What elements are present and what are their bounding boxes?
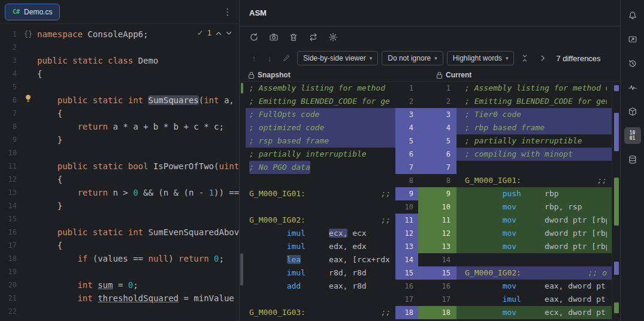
diff-row[interactable]: G_M000_IG03:;;1818 mov ecx, dword ptr [ [240, 306, 620, 319]
delete-icon[interactable] [286, 30, 301, 44]
compare-with-icon[interactable] [306, 30, 321, 44]
diff-row[interactable]: ; Emitting BLENDED_CODE for ge22; Emitti… [240, 95, 620, 108]
code-line[interactable]: 5 [0, 80, 239, 94]
prev-inspection-icon[interactable] [216, 31, 222, 35]
left-pane-scrollbar[interactable] [240, 82, 244, 321]
code-line[interactable]: 21 int thresholdSquared = minValue * [0, 292, 239, 305]
collapse-unchanged-icon[interactable] [518, 51, 532, 65]
screen-share-icon[interactable] [624, 31, 641, 48]
snapshot-line-number: 15 [395, 266, 418, 280]
lightbulb-icon[interactable] [19, 94, 37, 107]
previous-difference-icon[interactable]: ↑ [248, 54, 260, 63]
code-line[interactable]: 4{ [0, 67, 239, 80]
diff-row[interactable]: ; FullOpts code33; Tier0 code [240, 108, 620, 121]
current-line-number: 18 [418, 306, 456, 319]
diff-row[interactable]: ; partially interruptible66; compiling w… [240, 148, 620, 161]
diff-row[interactable]: 1010 mov rbp, rsp [240, 200, 620, 214]
chevron-down-icon: ▾ [434, 55, 437, 61]
viewer-mode-dropdown[interactable]: Side-by-side viewer ▾ [297, 51, 378, 65]
tab-demo-cs[interactable]: C# Demo.cs [5, 4, 60, 20]
code-line[interactable]: 7 { [0, 107, 239, 120]
code-line[interactable]: 14 } [0, 199, 239, 212]
database-icon[interactable] [624, 151, 641, 168]
code-line[interactable]: 15 [0, 212, 239, 226]
code-line[interactable]: 17 { [0, 239, 239, 252]
diff-row[interactable]: 88G_M000_IG01:;; [240, 174, 620, 187]
next-inspection-icon[interactable] [226, 31, 232, 35]
refresh-icon[interactable] [247, 30, 261, 44]
code-line[interactable]: 8 return a * a + b * b + c * c; [0, 120, 239, 133]
line-number: 4 [0, 67, 19, 80]
next-difference-icon[interactable]: ↓ [264, 54, 276, 63]
changed-stripe-mark[interactable] [614, 262, 619, 275]
diff-row[interactable]: 1717 imul eax, dword ptr [ [240, 293, 620, 306]
code-text: } [37, 199, 239, 212]
code-line[interactable]: 16 public static int SumEvenSquaredAbove [0, 226, 239, 239]
diff-row[interactable]: G_M000_IG02:;;1111 mov dword ptr [rbp+ [240, 214, 620, 227]
diff-row[interactable]: add eax, r8d1616 mov eax, dword ptr [ [240, 280, 620, 293]
diff-row[interactable]: G_M000_IG01:;;99 push rbp [240, 187, 620, 200]
settings-gear-icon[interactable] [326, 30, 340, 44]
expand-chevron-icon[interactable] [536, 51, 550, 65]
current-cell [456, 253, 612, 266]
diff-row[interactable]: lea eax, [rcx+rdx]1414 [240, 253, 620, 266]
snapshot-cell: imul r8d, r8d [246, 266, 395, 280]
asm-tool-window: ASM ↑ ↓ Side- [240, 0, 620, 321]
code-line[interactable]: 19 [0, 265, 239, 278]
current-line-number: 12 [418, 227, 456, 240]
ignore-policy-value: Do not ignore [388, 54, 431, 62]
code-line[interactable]: 11 public static bool IsPowerOfTwo(uint [0, 160, 239, 173]
code-line[interactable]: 18 if (values == null) return 0; [0, 252, 239, 265]
code-line[interactable]: 12 { [0, 173, 239, 186]
scrollbar-thumb[interactable] [240, 253, 243, 286]
diff-row[interactable]: ; Assembly listing for method11; Assembl… [240, 82, 620, 95]
notifications-bell-icon[interactable] [624, 7, 641, 24]
code-line[interactable]: 6 public static int SumSquares(int a, i [0, 94, 239, 107]
diff-row[interactable]: ; rsp based frame55; partially interrupt… [240, 134, 620, 148]
chevron-down-icon: ▾ [370, 55, 373, 61]
lock-icon [248, 71, 255, 79]
asm-toolbar [240, 26, 620, 48]
screenshot-icon[interactable] [267, 30, 281, 44]
gutter [19, 186, 37, 199]
code-line[interactable]: 10 [0, 146, 239, 160]
editor-options-kebab-icon[interactable]: ⋮ [221, 7, 234, 17]
code-line[interactable]: 3public static class Demo [0, 54, 239, 67]
asm-binary-icon[interactable]: 1001 [624, 127, 641, 144]
history-icon[interactable] [624, 55, 641, 72]
gutter [19, 107, 37, 120]
code-line[interactable]: 9 } [0, 133, 239, 146]
highlight-mode-value: Highlight words [453, 54, 502, 62]
error-stripe[interactable] [612, 82, 620, 321]
profiler-pulse-icon[interactable] [624, 79, 641, 96]
code-line[interactable]: 2 [0, 41, 239, 54]
diff-viewer[interactable]: ; Assembly listing for method11; Assembl… [240, 82, 620, 321]
snapshot-line-number: 1 [395, 82, 418, 95]
inspections-widget[interactable]: ✓ 1 [196, 29, 233, 37]
diff-row[interactable]: ; No PGO data77 [240, 161, 620, 174]
changed-stripe-mark[interactable] [614, 113, 619, 151]
snapshot-line-number: 4 [395, 121, 418, 134]
current-cell: mov dword ptr [rbp+ [456, 240, 612, 253]
snapshot-line-number: 9 [395, 187, 418, 200]
current-cell: mov eax, dword ptr [ [456, 280, 612, 293]
snapshot-cell: ; FullOpts code [246, 108, 395, 121]
code-line[interactable]: 20 int sum = 0; [0, 278, 239, 292]
viewer-mode-value: Side-by-side viewer [303, 54, 366, 62]
line-number: 12 [0, 173, 19, 186]
diff-row[interactable]: imul ecx, ecx1212 mov dword ptr [rbp+ [240, 227, 620, 240]
diff-row[interactable]: ; optimized code44; rbp based frame [240, 121, 620, 134]
code-text: public static int SumSquares(int a, i [37, 94, 239, 107]
diff-row[interactable]: imul r8d, r8d1515G_M000_IG02:;; o [240, 266, 620, 280]
code-line[interactable]: 13 return n > 0 && (n & (n - 1)) == [0, 186, 239, 199]
packages-icon[interactable] [624, 103, 641, 120]
added-stripe-mark[interactable] [614, 178, 619, 226]
code-editor[interactable]: 1{}namespace ConsoleApp6;23public static… [0, 24, 239, 321]
changed-stripe-mark[interactable] [614, 85, 619, 91]
code-line[interactable]: 22 [0, 305, 239, 318]
added-stripe-mark[interactable] [614, 302, 619, 313]
edit-icon[interactable] [279, 51, 294, 65]
highlight-mode-dropdown[interactable]: Highlight words ▾ [447, 51, 515, 65]
ignore-policy-dropdown[interactable]: Do not ignore ▾ [382, 51, 443, 65]
diff-row[interactable]: imul edx, edx1313 mov dword ptr [rbp+ [240, 240, 620, 253]
